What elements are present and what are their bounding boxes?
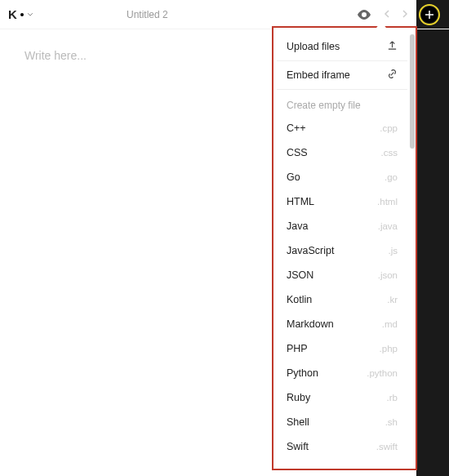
filetype-ext: .cpp (380, 123, 398, 133)
filetype-item-json[interactable]: JSON.json (277, 263, 407, 287)
app-logo[interactable]: K (8, 7, 33, 21)
add-wrap (418, 3, 441, 26)
filetype-name: Markdown (287, 318, 334, 330)
filetype-ext: .rb (387, 393, 398, 403)
filetype-ext: .sh (385, 417, 398, 427)
add-button[interactable] (421, 7, 438, 23)
menu-label: Upload files (287, 41, 340, 52)
filetype-name: Swift (287, 441, 309, 452)
logo-dot-icon (20, 13, 24, 16)
menu-separator (277, 60, 407, 61)
add-menu: Upload files Embed iframe Create empty f… (272, 26, 417, 470)
scroll-thumb[interactable] (410, 34, 415, 149)
logo-k: K (8, 7, 16, 21)
chevron-left-icon (384, 10, 389, 18)
filetype-item-kotlin[interactable]: Kotlin.kr (277, 287, 407, 312)
filetype-name: C++ (287, 122, 306, 134)
embed-iframe-item[interactable]: Embed iframe (277, 63, 407, 87)
filetype-name: Java (287, 220, 308, 232)
filetype-name: CSS (287, 147, 308, 158)
menu-content: Upload files Embed iframe Create empty f… (277, 34, 409, 465)
filetype-item-css[interactable]: CSS.css (277, 140, 407, 165)
filetype-ext: .php (380, 344, 398, 354)
filetype-item-markdown[interactable]: Markdown.md (277, 312, 407, 336)
filetype-item-ruby[interactable]: Ruby.rb (277, 385, 407, 410)
preview-button[interactable] (354, 5, 374, 24)
filetype-item-php[interactable]: PHP.php (277, 336, 407, 361)
filetype-name: Ruby (287, 392, 310, 403)
dropdown-caret-icon (28, 13, 33, 16)
svg-point-0 (20, 13, 24, 16)
menu-arrow (376, 22, 386, 28)
filetype-name: Kotlin (287, 294, 312, 305)
upload-icon (387, 40, 398, 53)
filetype-name: Shell (287, 416, 309, 428)
link-icon (387, 69, 398, 82)
filetype-ext: .java (378, 221, 398, 231)
filetype-ext: .js (389, 246, 398, 256)
filetype-name: Go (287, 171, 300, 183)
menu-section-header: Create empty file (277, 91, 407, 116)
filetype-name: PHP (287, 343, 308, 354)
filetype-name: Python (287, 367, 318, 379)
nav-next-button[interactable] (399, 8, 411, 20)
right-sidebar (416, 0, 449, 476)
filetype-name: HTML (287, 196, 314, 207)
filetype-name: JavaScript (287, 245, 334, 256)
filetype-item-javascript[interactable]: JavaScript.js (277, 238, 407, 263)
filetype-ext: .go (385, 172, 398, 182)
nav-prev-button[interactable] (380, 8, 393, 20)
filetype-ext: .css (381, 148, 398, 158)
filetype-item-rust[interactable]: Rust.rust (277, 459, 407, 465)
filetype-item-python[interactable]: Python.python (277, 361, 407, 385)
filetype-item-html[interactable]: HTML.html (277, 189, 407, 214)
menu-scrollbar[interactable] (409, 34, 416, 465)
plus-icon (425, 11, 433, 19)
filetype-item-cplusplus[interactable]: C++.cpp (277, 116, 407, 140)
menu-label: Embed iframe (287, 69, 350, 81)
filetype-item-swift[interactable]: Swift.swift (277, 434, 407, 459)
filetype-ext: .md (382, 319, 398, 329)
filetype-item-shell[interactable]: Shell.sh (277, 410, 407, 434)
filetype-ext: .swift (376, 442, 398, 452)
filetype-ext: .kr (387, 295, 398, 305)
filetype-item-java[interactable]: Java.java (277, 214, 407, 238)
menu-separator (277, 89, 407, 90)
header-actions (354, 3, 441, 26)
filetype-item-go[interactable]: Go.go (277, 165, 407, 189)
upload-files-item[interactable]: Upload files (277, 34, 407, 59)
filetype-name: JSON (287, 269, 313, 281)
chevron-right-icon (402, 10, 408, 18)
filetype-ext: .json (378, 270, 398, 280)
eye-icon (357, 10, 371, 20)
filetype-ext: .html (377, 197, 398, 207)
doc-title[interactable]: Untitled 2 (127, 9, 168, 20)
filetype-ext: .python (367, 368, 398, 378)
